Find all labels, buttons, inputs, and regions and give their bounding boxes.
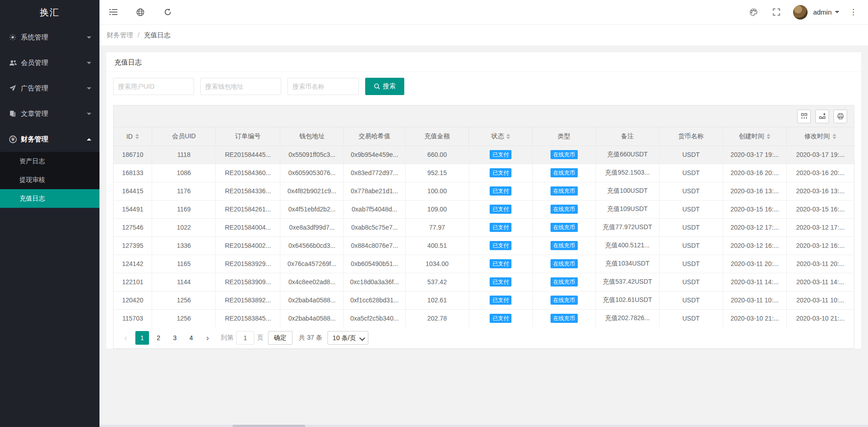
- sort-icon[interactable]: [506, 134, 510, 139]
- sidebar-item-system[interactable]: 系统管理: [0, 25, 99, 50]
- sidebar-item-article[interactable]: 文章管理: [0, 101, 99, 126]
- column-header: 货币名称: [659, 127, 723, 146]
- page-number-button[interactable]: 3: [168, 331, 182, 345]
- status-badge: 已支付: [490, 186, 511, 196]
- status-badge: 已支付: [490, 223, 511, 232]
- status-badge: 已支付: [490, 168, 511, 177]
- table-cell: 660.00: [405, 146, 469, 164]
- more-menu-button[interactable]: ⋮: [841, 7, 860, 17]
- table-cell: 2020-03-16 13:...: [787, 182, 854, 200]
- table-cell: 0x778abe21d1...: [344, 182, 405, 200]
- topbar: admin ⋮: [99, 0, 868, 25]
- table-cell: 已支付: [469, 218, 532, 236]
- page-size-select[interactable]: 10 条/页: [327, 331, 368, 345]
- chevron-down-icon: [87, 113, 91, 115]
- sidebar-item-label: 财务管理: [21, 135, 87, 144]
- toolbar-print-button[interactable]: [833, 110, 847, 123]
- sort-icon[interactable]: [833, 134, 836, 139]
- table-row: 1544911169RE201584261...0x4f51ebfd2b2...…: [114, 200, 854, 218]
- table-row: 1681331086RE201584360...0x6059053076...0…: [114, 164, 854, 182]
- search-button[interactable]: 搜索: [365, 78, 404, 95]
- table-cell: 0x83ed772d97...: [344, 164, 405, 182]
- column-header: 备注: [595, 127, 659, 146]
- table-cell: 2020-03-11 14:...: [723, 273, 786, 291]
- table-cell: 在线充币: [533, 273, 596, 291]
- page-number-button[interactable]: 2: [152, 331, 165, 345]
- site-home-button[interactable]: [127, 0, 154, 25]
- table-cell: USDT: [659, 218, 723, 236]
- sidebar-item-member[interactable]: 会员管理: [0, 50, 99, 75]
- table-cell: 1165: [152, 255, 216, 273]
- search-uid-input[interactable]: [113, 78, 194, 95]
- type-badge: 在线充币: [551, 277, 578, 286]
- sidebar-item-finance[interactable]: ¥ 财务管理: [0, 126, 99, 152]
- sort-icon[interactable]: [767, 134, 770, 139]
- table-cell: RE201584360...: [216, 164, 280, 182]
- status-badge: 已支付: [490, 241, 511, 250]
- table-cell: 2020-03-11 20:...: [723, 255, 786, 273]
- table-head: ID会员UID订单编号钱包地址交易哈希值充值金额状态类型备注货币名称创建时间修改…: [114, 127, 854, 146]
- horizontal-scrollbar-thumb[interactable]: [233, 425, 305, 427]
- data-table: ID会员UID订单编号钱包地址交易哈希值充值金额状态类型备注货币名称创建时间修改…: [114, 127, 854, 327]
- sidebar-item-ad[interactable]: 广告管理: [0, 75, 99, 101]
- breadcrumb-parent[interactable]: 财务管理: [107, 31, 133, 40]
- user-menu[interactable]: admin: [813, 8, 839, 16]
- breadcrumb: 财务管理 / 充值日志: [107, 31, 170, 40]
- prev-page-button[interactable]: ‹: [119, 331, 133, 345]
- table-cell: 1144: [152, 273, 216, 291]
- column-header[interactable]: ID: [114, 127, 152, 146]
- search-coin-input[interactable]: [288, 78, 359, 95]
- table-cell: 2020-03-11 14:...: [787, 273, 854, 291]
- refresh-button[interactable]: [154, 0, 181, 25]
- column-header-label: 修改时间: [804, 132, 830, 141]
- table-cell: 充值1034USDT: [595, 255, 659, 273]
- table-cell: 2020-03-12 16:...: [787, 236, 854, 255]
- table-cell: RE201583892...: [216, 291, 280, 309]
- status-badge: 已支付: [490, 259, 511, 268]
- sort-icon[interactable]: [135, 134, 139, 139]
- table-cell: 77.97: [405, 218, 469, 236]
- column-header-label: 状态: [491, 132, 504, 141]
- column-header[interactable]: 状态: [469, 127, 532, 146]
- goto-page-input[interactable]: [236, 331, 254, 345]
- column-header[interactable]: 创建时间: [723, 127, 786, 146]
- submenu-item-withdraw-audit[interactable]: 提现审核: [0, 171, 99, 189]
- submenu-item-asset-log[interactable]: 资产日志: [0, 152, 99, 171]
- breadcrumb-separator: /: [138, 31, 139, 39]
- print-icon: [837, 113, 844, 120]
- table-row: 1157031256RE201583845...0x2bab4a0588...0…: [114, 309, 854, 327]
- table-cell: 124142: [114, 255, 152, 273]
- avatar[interactable]: [793, 5, 808, 20]
- table-cell: 115703: [114, 309, 152, 327]
- page-number-button[interactable]: 4: [184, 331, 198, 345]
- collapse-sidebar-button[interactable]: [99, 0, 127, 25]
- table-cell: USDT: [659, 273, 723, 291]
- sidebar: 换汇 系统管理 会员管理 广告管理 文章管: [0, 0, 99, 427]
- table-cell: 1169: [152, 200, 216, 218]
- table-row: 1273951336RE201584002...0x64566b0cd3...0…: [114, 236, 854, 255]
- table-cell: 0x9b954e459e...: [344, 146, 405, 164]
- goto-label: 到第: [221, 334, 233, 342]
- table-cell: 充值77.972USDT: [595, 218, 659, 236]
- toolbar-columns-button[interactable]: [797, 110, 811, 123]
- table-cell: RE201584002...: [216, 236, 280, 255]
- column-header[interactable]: 修改时间: [787, 127, 854, 146]
- theme-button[interactable]: [743, 0, 764, 25]
- toolbar-export-button[interactable]: [815, 110, 829, 123]
- table-cell: 充值102.61USDT: [595, 291, 659, 309]
- fullscreen-button[interactable]: [766, 0, 787, 25]
- globe-icon: [136, 8, 144, 16]
- next-page-button[interactable]: ›: [201, 331, 214, 345]
- search-wallet-input[interactable]: [200, 78, 281, 95]
- goto-confirm-button[interactable]: 确定: [268, 331, 293, 345]
- status-badge: 已支付: [490, 277, 511, 286]
- table-cell: USDT: [659, 291, 723, 309]
- table-cell: 0x4f82b9021c9...: [280, 182, 344, 200]
- horizontal-scrollbar[interactable]: [99, 425, 868, 427]
- column-header: 交易哈希值: [344, 127, 405, 146]
- submenu-item-recharge-log[interactable]: 充值日志: [0, 189, 99, 208]
- table-cell: USDT: [659, 236, 723, 255]
- column-header-label: 订单编号: [235, 132, 261, 141]
- page-number-button[interactable]: 1: [135, 331, 149, 345]
- table-cell: USDT: [659, 309, 723, 327]
